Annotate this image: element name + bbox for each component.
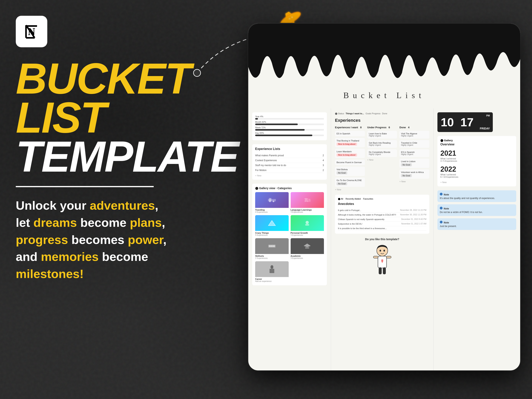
gallery-item-career[interactable]: Career Add an experience (255, 261, 289, 282)
kanban-card[interactable]: ES in Spanish Highly Urgent: (399, 149, 429, 157)
add-new-done[interactable]: + New (399, 180, 429, 183)
tab-things[interactable]: Things I want to... (346, 112, 364, 115)
tablet-mockup: Bucket List Year 4% Month 62% (248, 24, 520, 370)
svg-marker-23 (304, 244, 311, 247)
add-new-want[interactable]: + New (335, 188, 365, 191)
title-list: LIST (16, 98, 193, 137)
year-2021: 2021 What I achieved 3 / 5 Experiences (440, 149, 513, 162)
anecdote-item[interactable]: It is possible to be the third wheel in … (338, 226, 426, 231)
char-section: Do you like this template? (335, 238, 429, 275)
year-2022: 2022 What I achieved 6 / 10 Experiences (440, 165, 513, 178)
notes-section: Note It's about the quality and not quan… (437, 190, 516, 230)
anecdote-item[interactable]: It gets cold in Portugal... November 28,… (338, 208, 426, 213)
bucket-list-title: Bucket List (343, 91, 425, 100)
kanban-card[interactable]: Visit The Algarve Highly Urgent: (399, 131, 429, 139)
anecdote-item[interactable]: Chilean Spanish is not really Spanish ap… (338, 217, 426, 222)
svg-rect-18 (305, 224, 309, 226)
kanban-title: Experiences (335, 118, 429, 123)
kanban-tabs: ⬤ Status Things I want to... Goals Progr… (335, 112, 429, 115)
add-new-list[interactable]: + New (255, 174, 324, 177)
kanban-column-done: Done 4 Visit The Algarve Highly Urgent: … (399, 126, 429, 191)
anecdote-item[interactable]: Subjunctive is the DEVIL! November 31, 2… (338, 222, 426, 226)
note-dot (440, 221, 443, 223)
clock-day-block: PM FRIDAY (477, 112, 493, 132)
gallery-item-growth[interactable]: Personal Growth 3 Experiences (291, 215, 324, 236)
kanban-card[interactable]: Thai Boxing in Thailand Nice to brag abo… (335, 138, 365, 147)
kanban-card[interactable]: Go To the Cinema ALONE No Goal (335, 177, 365, 187)
tablet-left-column: Year 4% Month 62% Week 72% Day 83% (248, 108, 331, 370)
kanban-card[interactable]: ES in Spanish (335, 131, 365, 136)
gallery-item-language[interactable]: 言語 Language Learnings 3 Experiences (291, 192, 324, 213)
anecdotes-title: Anecdotes (338, 202, 426, 206)
gallery-item-crazy[interactable]: Crazy Things 5 Experiences (255, 215, 289, 236)
svg-rect-22 (273, 246, 275, 247)
gallery-item-academic[interactable]: Academic 3 Experiences (291, 238, 324, 259)
clock-day: FRIDAY (480, 127, 490, 130)
tab-status[interactable]: ⬤ Status (335, 112, 344, 115)
kanban-card[interactable]: Learn how to Bake Highly Urgent: (367, 131, 397, 139)
add-new-year[interactable]: + New (440, 181, 513, 184)
list-item[interactable]: Stuff my mentor told me to do3 (255, 163, 324, 168)
gallery-item-traveling[interactable]: Traveling 4 Experiences (255, 192, 289, 213)
subtitle: Unlock your adventures, let dreams becom… (16, 197, 189, 283)
day-progress: Day 83% (255, 132, 324, 136)
kanban-card[interactable]: Do Completely Blonde Highly Urgent: (367, 149, 397, 157)
kanban-card[interactable]: Traveled in Chile Highly Urgent: (399, 140, 429, 148)
tab-all[interactable]: ⬤ All (338, 198, 343, 200)
add-new-progress[interactable]: + New (367, 159, 397, 161)
drip-header (248, 24, 520, 87)
char-figure-svg (370, 244, 394, 275)
gallery-item-skillsets[interactable]: Skillsets 2 Experiences (255, 238, 289, 259)
year-progress: Year 4% (255, 115, 324, 120)
kanban-column-want: Experiences I want 8 ES in Spanish Thai … (335, 126, 365, 191)
svg-text:N: N (28, 26, 35, 37)
list-item[interactable]: For Motion2 (255, 168, 324, 173)
kanban-card[interactable]: Become Fluent in German (335, 160, 365, 165)
title-block: BUCKET LIST TEMPLATE (16, 59, 193, 176)
tab-recently-added[interactable]: Recently Added (346, 198, 361, 200)
svg-point-12 (269, 201, 271, 202)
tablet-inner: Bucket List Year 4% Month 62% (248, 24, 520, 370)
gallery-section: ⬤ Gallery view · Categories Traveling 4 … (252, 184, 327, 285)
svg-rect-20 (269, 246, 271, 247)
clock-am: PM (486, 114, 490, 117)
kanban-column-progress: Under Progress 6 Learn how to Bake Highl… (367, 126, 397, 191)
tab-done[interactable]: Done (382, 112, 387, 115)
gallery-overview-section: ⬤ Gallery Overview 2021 What I achieved … (437, 136, 516, 186)
week-progress: Week 72% (255, 126, 324, 131)
clock-minute: 17 (457, 112, 477, 132)
experience-lists-section: Experience Lists What makes Parents prou… (252, 144, 327, 180)
anecdote-item[interactable]: Although it looks inviting, the water in… (338, 213, 426, 217)
svg-rect-24 (305, 247, 309, 249)
tablet-content: Year 4% Month 62% Week 72% Day 83% (248, 108, 520, 370)
left-panel: N BUCKET LIST TEMPLATE Unlock your adven… (16, 16, 193, 283)
note-card: Note Just be present. (437, 218, 516, 230)
list-item[interactable]: Coolest Experiences4 (255, 158, 324, 163)
kanban-card[interactable]: Visit Bolivia No Goal (335, 167, 365, 176)
svg-rect-21 (271, 246, 273, 247)
clock-section: 10 17 PM FRIDAY (437, 112, 516, 132)
clock-hour: 10 (437, 112, 457, 132)
note-dot (440, 193, 443, 196)
svg-rect-34 (383, 267, 386, 274)
clock-block: 10 17 PM FRIDAY (437, 112, 516, 132)
kanban-card[interactable]: Learn Mandarin Nice to brag about (335, 149, 365, 158)
tablet-right-column: 10 17 PM FRIDAY ⬤ Gallery Overview 2021 (433, 108, 520, 370)
svg-point-29 (383, 250, 385, 252)
svg-point-2 (194, 69, 201, 76)
svg-text:語: 語 (308, 199, 311, 202)
list-item[interactable]: What makes Parents proud2 (255, 153, 324, 158)
svg-point-17 (306, 221, 309, 224)
char-question: Do you like this template? (365, 238, 399, 241)
kanban-card[interactable]: Volunteer work in Africa No Goal (399, 170, 429, 179)
gallery-label: ⬤ Gallery (440, 139, 513, 142)
tab-progress[interactable]: Goals Progress (366, 112, 380, 115)
tab-favourites[interactable]: Favourites (363, 198, 373, 200)
anecdotes-section: ⬤ All Recently Added Favourites Anecdote… (335, 195, 429, 234)
kanban-card[interactable]: Lived in Lisbon No Goal (399, 159, 429, 168)
gallery-grid: Traveling 4 Experiences 言語 Language Lear… (255, 192, 324, 282)
kanban-card[interactable]: Get Back Into Reading Highly Urgent: (367, 140, 397, 148)
gallery-overview-title: Overview (440, 143, 513, 146)
title-template: TEMPLATE (16, 137, 193, 176)
tablet-middle-column: ⬤ Status Things I want to... Goals Progr… (331, 108, 433, 370)
